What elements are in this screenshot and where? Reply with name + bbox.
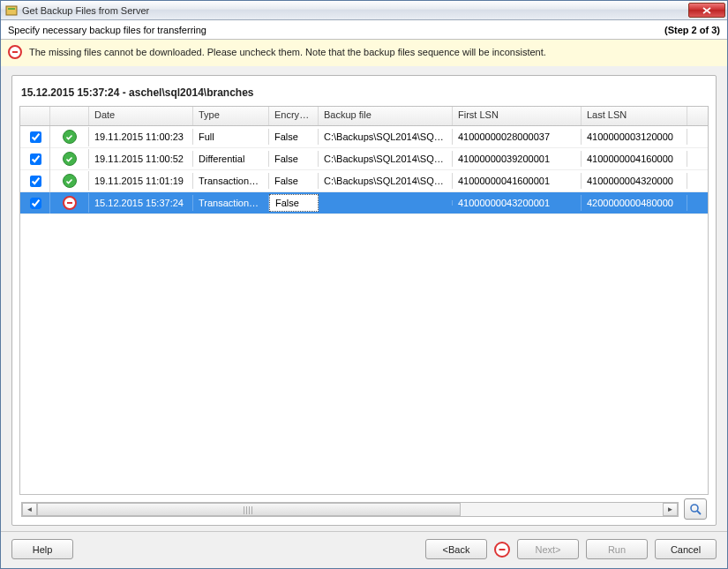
last_lsn: 4200000000480000 bbox=[582, 195, 687, 211]
col-date[interactable]: Date bbox=[89, 107, 193, 125]
help-button[interactable]: Help bbox=[11, 539, 73, 559]
grid: Date Type Encrypted Backup file First LS… bbox=[19, 106, 709, 495]
error-icon bbox=[8, 45, 22, 59]
next-disabled-icon bbox=[494, 542, 510, 558]
type: Differential bbox=[193, 151, 269, 167]
grid-body: 19.11.2015 11:00:23FullFalseC:\Backups\S… bbox=[20, 126, 708, 494]
footer: Help <Back Next> Run Cancel bbox=[1, 531, 727, 568]
first_lsn: 41000000043200001 bbox=[453, 195, 582, 211]
app-icon bbox=[4, 4, 19, 18]
col-last-lsn[interactable]: Last LSN bbox=[582, 107, 687, 125]
row-status-cell bbox=[50, 171, 89, 191]
table-row[interactable]: 19.11.2015 11:00:23FullFalseC:\Backups\S… bbox=[20, 126, 708, 148]
search-icon bbox=[689, 503, 702, 515]
encrypted: False bbox=[269, 129, 319, 145]
subheader: Specify necessary backup files for trans… bbox=[1, 20, 727, 40]
row-checkbox-cell[interactable] bbox=[20, 126, 50, 148]
window: Get Backup Files from Server Specify nec… bbox=[0, 0, 728, 569]
encrypted: False bbox=[269, 194, 319, 212]
scroll-right-button[interactable]: ► bbox=[663, 503, 678, 516]
file bbox=[319, 200, 453, 206]
window-title: Get Backup Files from Server bbox=[22, 5, 685, 16]
panel-title: 15.12.2015 15:37:24 - aschel\sql2014\bra… bbox=[21, 86, 707, 99]
next-button: Next> bbox=[517, 539, 579, 559]
row-status-cell bbox=[50, 127, 89, 146]
date: 19.11.2015 11:00:52 bbox=[89, 151, 193, 167]
file: C:\Backups\SQL2014\SQL20... bbox=[319, 129, 453, 145]
col-type[interactable]: Type bbox=[193, 107, 269, 125]
row-checkbox-cell[interactable] bbox=[20, 192, 50, 214]
warning-text: The missing files cannot be downloaded. … bbox=[29, 47, 546, 57]
col-file[interactable]: Backup file bbox=[319, 107, 453, 125]
status-ok-icon bbox=[63, 174, 77, 188]
svg-rect-0 bbox=[6, 6, 17, 15]
svg-rect-6 bbox=[499, 549, 506, 550]
last_lsn: 4100000004320000 bbox=[582, 173, 687, 189]
row-checkbox-cell[interactable] bbox=[20, 148, 50, 170]
row-status-cell bbox=[50, 193, 89, 213]
table-row[interactable]: 19.11.2015 11:01:19TransactionLogFalseC:… bbox=[20, 170, 708, 192]
search-button[interactable] bbox=[684, 498, 707, 520]
type: Full bbox=[193, 129, 269, 145]
row-checkbox[interactable] bbox=[30, 198, 41, 209]
col-first-lsn[interactable]: First LSN bbox=[453, 107, 582, 125]
scroll-area: ◄ ► bbox=[19, 495, 709, 521]
row-checkbox[interactable] bbox=[30, 131, 41, 143]
date: 19.11.2015 11:00:23 bbox=[89, 129, 193, 145]
titlebar: Get Backup Files from Server bbox=[1, 1, 727, 20]
panel: 15.12.2015 15:37:24 - aschel\sql2014\bra… bbox=[11, 75, 717, 526]
encrypted: False bbox=[269, 173, 319, 189]
svg-rect-2 bbox=[12, 51, 18, 53]
cancel-button[interactable]: Cancel bbox=[655, 539, 717, 559]
type: TransactionLog bbox=[193, 195, 269, 211]
close-button[interactable] bbox=[688, 3, 725, 18]
file: C:\Backups\SQL2014\SQL20... bbox=[319, 173, 453, 189]
svg-point-4 bbox=[691, 505, 698, 512]
last_lsn: 4100000004160000 bbox=[582, 151, 687, 167]
date: 15.12.2015 15:37:24 bbox=[89, 195, 193, 211]
status-ok-icon bbox=[63, 130, 77, 144]
encrypted: False bbox=[269, 151, 319, 167]
row-checkbox[interactable] bbox=[30, 153, 41, 165]
svg-rect-1 bbox=[8, 8, 15, 10]
type: TransactionLog bbox=[193, 173, 269, 189]
table-row[interactable]: 15.12.2015 15:37:24TransactionLogFalse41… bbox=[20, 192, 708, 214]
col-encrypted[interactable]: Encrypted bbox=[269, 107, 319, 125]
grid-header: Date Type Encrypted Backup file First LS… bbox=[20, 107, 708, 126]
svg-rect-3 bbox=[67, 202, 72, 204]
status-error-icon bbox=[63, 196, 77, 210]
first_lsn: 41000000039200001 bbox=[453, 151, 582, 167]
svg-line-5 bbox=[697, 511, 701, 514]
table-row[interactable]: 19.11.2015 11:00:52DifferentialFalseC:\B… bbox=[20, 148, 708, 170]
warning-bar: The missing files cannot be downloaded. … bbox=[1, 40, 727, 66]
col-checkbox[interactable] bbox=[20, 107, 50, 125]
scroll-thumb[interactable] bbox=[37, 503, 461, 516]
col-status[interactable] bbox=[50, 107, 89, 125]
row-checkbox-cell[interactable] bbox=[20, 170, 50, 192]
last_lsn: 4100000003120000 bbox=[582, 129, 687, 145]
scroll-left-button[interactable]: ◄ bbox=[22, 503, 37, 516]
back-button[interactable]: <Back bbox=[425, 539, 487, 559]
first_lsn: 41000000041600001 bbox=[453, 173, 582, 189]
file: C:\Backups\SQL2014\SQL20... bbox=[319, 151, 453, 167]
run-button: Run bbox=[586, 539, 648, 559]
status-ok-icon bbox=[63, 152, 77, 166]
horizontal-scrollbar[interactable]: ◄ ► bbox=[21, 502, 679, 517]
row-checkbox[interactable] bbox=[30, 176, 41, 187]
content-area: 15.12.2015 15:37:24 - aschel\sql2014\bra… bbox=[1, 66, 727, 531]
row-status-cell bbox=[50, 149, 89, 168]
step-indicator: (Step 2 of 3) bbox=[664, 25, 720, 35]
date: 19.11.2015 11:01:19 bbox=[89, 173, 193, 189]
first_lsn: 41000000028000037 bbox=[453, 129, 582, 145]
subheader-text: Specify necessary backup files for trans… bbox=[8, 25, 206, 35]
